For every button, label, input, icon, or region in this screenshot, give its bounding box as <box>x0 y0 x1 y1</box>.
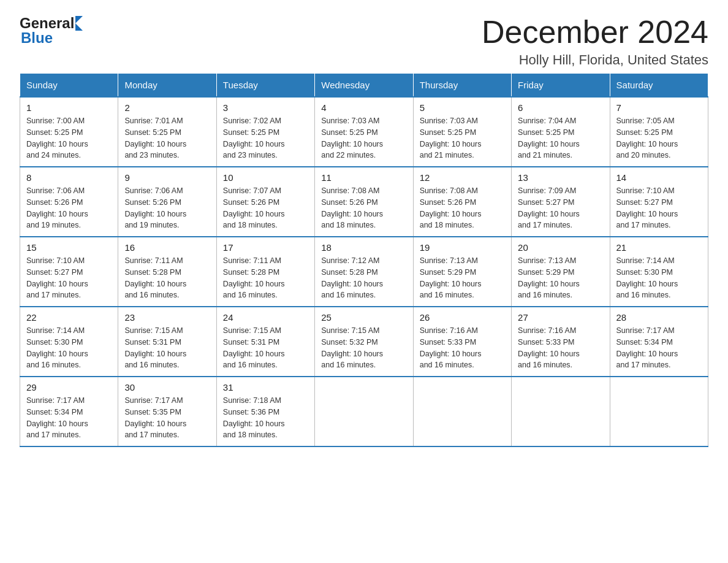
week-row-2: 8 Sunrise: 7:06 AM Sunset: 5:26 PM Dayli… <box>20 167 708 237</box>
day-number: 20 <box>518 242 603 253</box>
day-number: 5 <box>420 102 505 113</box>
day-number: 27 <box>518 312 603 323</box>
calendar-cell: 30 Sunrise: 7:17 AM Sunset: 5:35 PM Dayl… <box>118 377 216 446</box>
logo: General Blue <box>20 15 83 47</box>
day-info: Sunrise: 7:02 AM Sunset: 5:25 PM Dayligh… <box>223 115 308 161</box>
day-info: Sunrise: 7:17 AM Sunset: 5:34 PM Dayligh… <box>616 325 702 371</box>
day-number: 3 <box>223 102 308 113</box>
weekday-header-row: Sunday Monday Tuesday Wednesday Thursday… <box>20 74 708 98</box>
day-number: 31 <box>223 382 308 393</box>
day-info: Sunrise: 7:00 AM Sunset: 5:25 PM Dayligh… <box>26 115 112 161</box>
location-title: Holly Hill, Florida, United States <box>482 52 708 68</box>
week-row-1: 1 Sunrise: 7:00 AM Sunset: 5:25 PM Dayli… <box>20 97 708 167</box>
calendar-cell: 8 Sunrise: 7:06 AM Sunset: 5:26 PM Dayli… <box>20 167 118 237</box>
calendar-cell: 18 Sunrise: 7:12 AM Sunset: 5:28 PM Dayl… <box>315 237 413 307</box>
day-info: Sunrise: 7:04 AM Sunset: 5:25 PM Dayligh… <box>518 115 603 161</box>
calendar-cell: 22 Sunrise: 7:14 AM Sunset: 5:30 PM Dayl… <box>20 307 118 377</box>
day-info: Sunrise: 7:15 AM Sunset: 5:31 PM Dayligh… <box>124 325 210 371</box>
day-number: 16 <box>124 242 210 253</box>
calendar-cell: 12 Sunrise: 7:08 AM Sunset: 5:26 PM Dayl… <box>413 167 511 237</box>
day-info: Sunrise: 7:03 AM Sunset: 5:25 PM Dayligh… <box>420 115 505 161</box>
week-row-5: 29 Sunrise: 7:17 AM Sunset: 5:34 PM Dayl… <box>20 377 708 446</box>
calendar-cell: 10 Sunrise: 7:07 AM Sunset: 5:26 PM Dayl… <box>216 167 314 237</box>
day-info: Sunrise: 7:17 AM Sunset: 5:34 PM Dayligh… <box>26 395 112 441</box>
header-saturday: Saturday <box>610 74 708 98</box>
calendar-cell <box>512 377 610 446</box>
day-number: 1 <box>26 102 112 113</box>
calendar-cell: 23 Sunrise: 7:15 AM Sunset: 5:31 PM Dayl… <box>118 307 216 377</box>
day-number: 8 <box>26 172 112 183</box>
day-number: 21 <box>616 242 702 253</box>
logo-blue-text: Blue <box>21 29 83 47</box>
calendar-cell <box>413 377 511 446</box>
calendar-cell: 27 Sunrise: 7:16 AM Sunset: 5:33 PM Dayl… <box>512 307 610 377</box>
day-number: 11 <box>321 172 406 183</box>
day-number: 28 <box>616 312 702 323</box>
header-tuesday: Tuesday <box>216 74 314 98</box>
day-info: Sunrise: 7:17 AM Sunset: 5:35 PM Dayligh… <box>124 395 210 441</box>
day-number: 4 <box>321 102 406 113</box>
calendar-cell: 29 Sunrise: 7:17 AM Sunset: 5:34 PM Dayl… <box>20 377 118 446</box>
day-info: Sunrise: 7:15 AM Sunset: 5:32 PM Dayligh… <box>321 325 406 371</box>
calendar-cell: 14 Sunrise: 7:10 AM Sunset: 5:27 PM Dayl… <box>610 167 708 237</box>
calendar-cell: 15 Sunrise: 7:10 AM Sunset: 5:27 PM Dayl… <box>20 237 118 307</box>
header-friday: Friday <box>512 74 610 98</box>
day-info: Sunrise: 7:13 AM Sunset: 5:29 PM Dayligh… <box>420 255 505 301</box>
header-thursday: Thursday <box>413 74 511 98</box>
day-info: Sunrise: 7:08 AM Sunset: 5:26 PM Dayligh… <box>321 185 406 231</box>
day-number: 30 <box>124 382 210 393</box>
day-number: 13 <box>518 172 603 183</box>
day-info: Sunrise: 7:10 AM Sunset: 5:27 PM Dayligh… <box>26 255 112 301</box>
day-number: 25 <box>321 312 406 323</box>
calendar-cell: 2 Sunrise: 7:01 AM Sunset: 5:25 PM Dayli… <box>118 97 216 167</box>
day-info: Sunrise: 7:06 AM Sunset: 5:26 PM Dayligh… <box>124 185 210 231</box>
calendar-cell: 5 Sunrise: 7:03 AM Sunset: 5:25 PM Dayli… <box>413 97 511 167</box>
calendar-cell: 6 Sunrise: 7:04 AM Sunset: 5:25 PM Dayli… <box>512 97 610 167</box>
day-number: 6 <box>518 102 603 113</box>
calendar-cell: 26 Sunrise: 7:16 AM Sunset: 5:33 PM Dayl… <box>413 307 511 377</box>
calendar-cell: 20 Sunrise: 7:13 AM Sunset: 5:29 PM Dayl… <box>512 237 610 307</box>
day-number: 19 <box>420 242 505 253</box>
month-title: December 2024 <box>482 15 708 50</box>
calendar-cell: 4 Sunrise: 7:03 AM Sunset: 5:25 PM Dayli… <box>315 97 413 167</box>
day-number: 22 <box>26 312 112 323</box>
day-info: Sunrise: 7:07 AM Sunset: 5:26 PM Dayligh… <box>223 185 308 231</box>
week-row-4: 22 Sunrise: 7:14 AM Sunset: 5:30 PM Dayl… <box>20 307 708 377</box>
day-number: 14 <box>616 172 702 183</box>
day-info: Sunrise: 7:11 AM Sunset: 5:28 PM Dayligh… <box>124 255 210 301</box>
calendar-cell: 24 Sunrise: 7:15 AM Sunset: 5:31 PM Dayl… <box>216 307 314 377</box>
calendar-cell <box>610 377 708 446</box>
calendar-cell: 9 Sunrise: 7:06 AM Sunset: 5:26 PM Dayli… <box>118 167 216 237</box>
day-number: 29 <box>26 382 112 393</box>
day-info: Sunrise: 7:06 AM Sunset: 5:26 PM Dayligh… <box>26 185 112 231</box>
page-header: General Blue December 2024 Holly Hill, F… <box>20 15 708 68</box>
day-number: 12 <box>420 172 505 183</box>
day-info: Sunrise: 7:05 AM Sunset: 5:25 PM Dayligh… <box>616 115 702 161</box>
day-number: 18 <box>321 242 406 253</box>
day-info: Sunrise: 7:09 AM Sunset: 5:27 PM Dayligh… <box>518 185 603 231</box>
day-number: 23 <box>124 312 210 323</box>
header-wednesday: Wednesday <box>315 74 413 98</box>
day-number: 24 <box>223 312 308 323</box>
calendar-cell: 21 Sunrise: 7:14 AM Sunset: 5:30 PM Dayl… <box>610 237 708 307</box>
calendar-cell: 19 Sunrise: 7:13 AM Sunset: 5:29 PM Dayl… <box>413 237 511 307</box>
day-info: Sunrise: 7:14 AM Sunset: 5:30 PM Dayligh… <box>616 255 702 301</box>
day-number: 7 <box>616 102 702 113</box>
header-sunday: Sunday <box>20 74 118 98</box>
day-info: Sunrise: 7:12 AM Sunset: 5:28 PM Dayligh… <box>321 255 406 301</box>
day-number: 10 <box>223 172 308 183</box>
day-info: Sunrise: 7:14 AM Sunset: 5:30 PM Dayligh… <box>26 325 112 371</box>
day-number: 9 <box>124 172 210 183</box>
day-info: Sunrise: 7:18 AM Sunset: 5:36 PM Dayligh… <box>223 395 308 441</box>
calendar-table: Sunday Monday Tuesday Wednesday Thursday… <box>20 73 708 447</box>
day-info: Sunrise: 7:13 AM Sunset: 5:29 PM Dayligh… <box>518 255 603 301</box>
day-info: Sunrise: 7:16 AM Sunset: 5:33 PM Dayligh… <box>518 325 603 371</box>
day-number: 15 <box>26 242 112 253</box>
week-row-3: 15 Sunrise: 7:10 AM Sunset: 5:27 PM Dayl… <box>20 237 708 307</box>
day-info: Sunrise: 7:10 AM Sunset: 5:27 PM Dayligh… <box>616 185 702 231</box>
calendar-cell: 11 Sunrise: 7:08 AM Sunset: 5:26 PM Dayl… <box>315 167 413 237</box>
day-number: 26 <box>420 312 505 323</box>
day-info: Sunrise: 7:08 AM Sunset: 5:26 PM Dayligh… <box>420 185 505 231</box>
day-info: Sunrise: 7:03 AM Sunset: 5:25 PM Dayligh… <box>321 115 406 161</box>
header-monday: Monday <box>118 74 216 98</box>
